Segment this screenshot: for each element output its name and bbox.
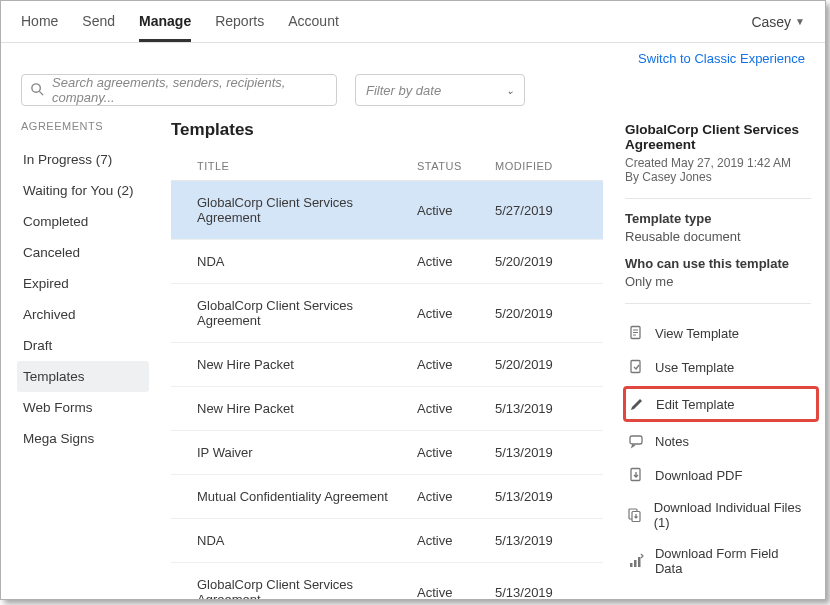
sidebar-item[interactable]: Canceled xyxy=(21,237,149,268)
table-row[interactable]: New Hire PacketActive5/20/2019 xyxy=(171,343,603,387)
sidebar: AGREEMENTS In Progress (7)Waiting for Yo… xyxy=(1,120,153,599)
action-edit-template[interactable]: Edit Template xyxy=(623,386,819,422)
action-use-template[interactable]: Use Template xyxy=(625,350,811,384)
sidebar-item[interactable]: Web Forms xyxy=(21,392,149,423)
note-icon xyxy=(627,432,645,450)
page-title: Templates xyxy=(171,120,603,140)
divider xyxy=(625,303,811,304)
action-download-form-field-data[interactable]: Download Form Field Data xyxy=(625,538,811,584)
cell-title: IP Waiver xyxy=(197,445,417,460)
table-row[interactable]: Mutual Confidentiality AgreementActive5/… xyxy=(171,475,603,519)
table-row[interactable]: NDAActive5/13/2019 xyxy=(171,519,603,563)
download-files-icon xyxy=(627,506,644,524)
cell-status: Active xyxy=(417,445,495,460)
who-value: Only me xyxy=(625,274,811,289)
table-row[interactable]: GlobalCorp Client Services AgreementActi… xyxy=(171,563,603,599)
chevron-down-icon: ▼ xyxy=(795,16,805,27)
action-label: Use Template xyxy=(655,360,734,375)
action-label: Download Form Field Data xyxy=(655,546,809,576)
details-title: GlobalCorp Client Services Agreement xyxy=(625,122,811,152)
sidebar-heading: AGREEMENTS xyxy=(21,120,153,132)
svg-line-1 xyxy=(39,91,43,95)
action-download-individual-files-1-[interactable]: Download Individual Files (1) xyxy=(625,492,811,538)
chevron-down-icon: ⌄ xyxy=(506,85,514,96)
details-panel: GlobalCorp Client Services Agreement Cre… xyxy=(611,120,825,599)
topnav-item-send[interactable]: Send xyxy=(82,1,115,42)
search-placeholder: Search agreements, senders, recipients, … xyxy=(52,75,326,105)
topnav-item-account[interactable]: Account xyxy=(288,1,339,42)
cell-title: Mutual Confidentiality Agreement xyxy=(197,489,417,504)
action-label: Notes xyxy=(655,434,689,449)
action-notes[interactable]: Notes xyxy=(625,424,811,458)
col-status: STATUS xyxy=(417,160,495,172)
pencil-icon xyxy=(628,395,646,413)
cell-status: Active xyxy=(417,533,495,548)
doc-view-icon xyxy=(627,324,645,342)
action-label: View Template xyxy=(655,326,739,341)
cell-modified: 5/20/2019 xyxy=(495,254,603,269)
table-row[interactable]: NDAActive5/20/2019 xyxy=(171,240,603,284)
sidebar-item[interactable]: Expired xyxy=(21,268,149,299)
table-row[interactable]: GlobalCorp Client Services AgreementActi… xyxy=(171,181,603,240)
sidebar-item[interactable]: Mega Signs xyxy=(21,423,149,454)
sidebar-item[interactable]: In Progress (7) xyxy=(21,144,149,175)
col-modified: MODIFIED xyxy=(495,160,603,172)
search-icon xyxy=(30,82,45,97)
cell-title: GlobalCorp Client Services Agreement xyxy=(197,298,417,328)
cell-status: Active xyxy=(417,585,495,600)
sidebar-item[interactable]: Completed xyxy=(21,206,149,237)
svg-rect-11 xyxy=(630,563,633,567)
doc-use-icon xyxy=(627,358,645,376)
cell-modified: 5/13/2019 xyxy=(495,401,603,416)
topnav-item-manage[interactable]: Manage xyxy=(139,1,191,42)
svg-point-0 xyxy=(32,84,40,92)
cell-title: NDA xyxy=(197,254,417,269)
classic-link-row: Switch to Classic Experience xyxy=(1,43,825,68)
table-row[interactable]: New Hire PacketActive5/13/2019 xyxy=(171,387,603,431)
cell-status: Active xyxy=(417,489,495,504)
download-pdf-icon xyxy=(627,466,645,484)
action-label: Download Individual Files (1) xyxy=(654,500,809,530)
action-view-template[interactable]: View Template xyxy=(625,316,811,350)
cell-modified: 5/13/2019 xyxy=(495,533,603,548)
sidebar-item[interactable]: Templates xyxy=(17,361,149,392)
sidebar-item[interactable]: Waiting for You (2) xyxy=(21,175,149,206)
search-input[interactable]: Search agreements, senders, recipients, … xyxy=(21,74,337,106)
cell-status: Active xyxy=(417,254,495,269)
main-panel: Templates TITLE STATUS MODIFIED GlobalCo… xyxy=(153,120,611,599)
divider xyxy=(625,198,811,199)
table-row[interactable]: IP WaiverActive5/13/2019 xyxy=(171,431,603,475)
cell-modified: 5/20/2019 xyxy=(495,357,603,372)
action-download-pdf[interactable]: Download PDF xyxy=(625,458,811,492)
svg-rect-13 xyxy=(638,557,641,567)
col-title: TITLE xyxy=(197,160,417,172)
details-by: By Casey Jones xyxy=(625,170,811,184)
details-created: Created May 27, 2019 1:42 AM xyxy=(625,156,811,170)
sidebar-item[interactable]: Draft xyxy=(21,330,149,361)
who-label: Who can use this template xyxy=(625,256,811,271)
topnav-item-reports[interactable]: Reports xyxy=(215,1,264,42)
cell-title: GlobalCorp Client Services Agreement xyxy=(197,577,417,599)
user-menu[interactable]: Casey ▼ xyxy=(751,14,805,30)
download-form-icon xyxy=(627,552,645,570)
cell-title: GlobalCorp Client Services Agreement xyxy=(197,195,417,225)
switch-classic-link[interactable]: Switch to Classic Experience xyxy=(638,51,805,66)
cell-title: New Hire Packet xyxy=(197,357,417,372)
body: AGREEMENTS In Progress (7)Waiting for Yo… xyxy=(1,120,825,599)
filter-by-date[interactable]: Filter by date ⌄ xyxy=(355,74,525,106)
table-row[interactable]: GlobalCorp Client Services AgreementActi… xyxy=(171,284,603,343)
topnav-item-home[interactable]: Home xyxy=(21,1,58,42)
user-name: Casey xyxy=(751,14,791,30)
template-type-label: Template type xyxy=(625,211,811,226)
sidebar-item[interactable]: Archived xyxy=(21,299,149,330)
svg-rect-12 xyxy=(634,560,637,567)
action-label: Download PDF xyxy=(655,468,742,483)
cell-modified: 5/27/2019 xyxy=(495,203,603,218)
table-header: TITLE STATUS MODIFIED xyxy=(171,154,603,181)
cell-modified: 5/20/2019 xyxy=(495,306,603,321)
filter-placeholder: Filter by date xyxy=(366,83,441,98)
svg-rect-7 xyxy=(630,436,642,444)
search-row: Search agreements, senders, recipients, … xyxy=(1,68,825,120)
template-type-value: Reusable document xyxy=(625,229,811,244)
top-nav: HomeSendManageReportsAccount Casey ▼ xyxy=(1,1,825,43)
